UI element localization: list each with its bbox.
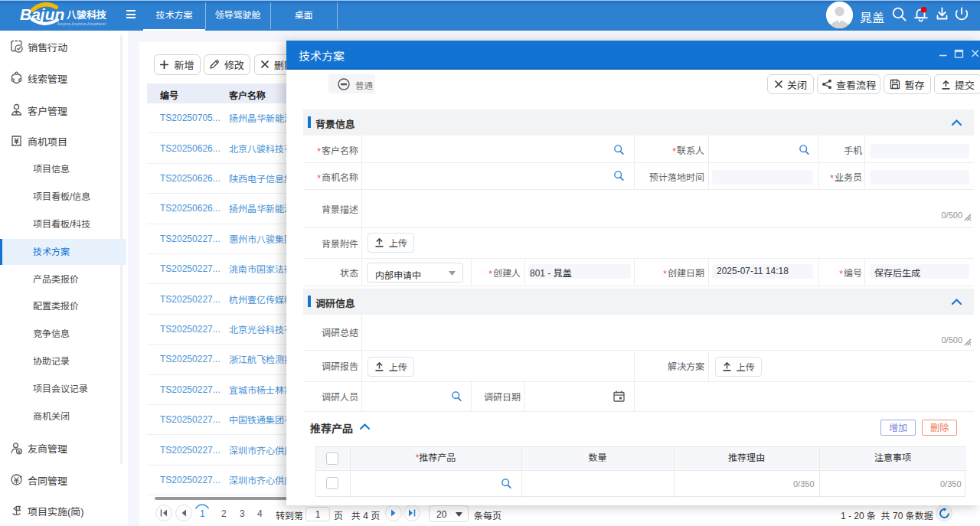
svg-text:八骏科技: 八骏科技 bbox=[66, 9, 106, 21]
svg-text:Anyone,Anytime,Anywhere!: Anyone,Anytime,Anywhere! bbox=[57, 21, 106, 26]
